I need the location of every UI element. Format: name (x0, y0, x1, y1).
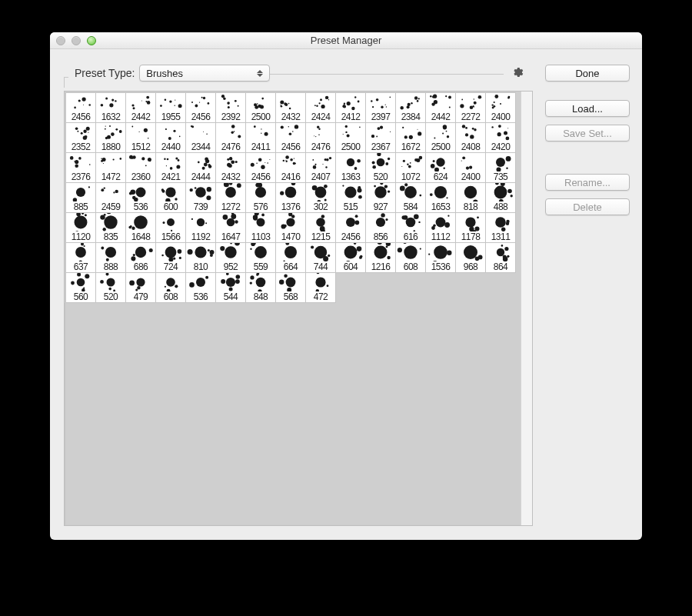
brush-preset[interactable]: 560 (65, 272, 96, 303)
brush-preset[interactable]: 2407 (305, 152, 336, 183)
brush-preset[interactable]: 2476 (215, 122, 246, 153)
brush-preset[interactable]: 848 (245, 272, 276, 303)
brush-preset[interactable]: 1178 (455, 212, 486, 243)
brush-preset[interactable]: 2440 (155, 122, 186, 153)
brush-preset[interactable]: 1272 (215, 182, 246, 213)
brush-preset[interactable]: 479 (125, 272, 156, 303)
rename-button[interactable]: Rename... (545, 174, 630, 191)
brush-preset[interactable]: 2424 (305, 92, 336, 123)
brush-preset[interactable]: 2444 (185, 152, 216, 183)
brush-preset[interactable]: 1112 (425, 212, 456, 243)
brush-preset[interactable]: 302 (305, 182, 336, 213)
brush-preset[interactable]: 2400 (485, 92, 516, 123)
brush-preset[interactable]: 2442 (125, 92, 156, 123)
brush-preset[interactable]: 2408 (455, 122, 486, 153)
brush-preset[interactable]: 600 (155, 182, 186, 213)
brush-preset[interactable]: 952 (215, 242, 246, 273)
zoom-icon[interactable] (87, 36, 96, 45)
brush-preset[interactable]: 888 (95, 242, 126, 273)
save-set-button[interactable]: Save Set... (545, 125, 630, 142)
brush-preset[interactable]: 818 (455, 182, 486, 213)
brush-preset[interactable]: 2459 (95, 182, 126, 213)
brush-preset[interactable]: 885 (65, 182, 96, 213)
brush-preset[interactable]: 739 (185, 182, 216, 213)
brush-preset[interactable]: 968 (455, 242, 486, 273)
brush-preset[interactable]: 515 (335, 182, 366, 213)
brush-preset[interactable]: 2352 (65, 122, 96, 153)
brush-preset[interactable]: 686 (125, 242, 156, 273)
brush-preset[interactable]: 624 (425, 152, 456, 183)
brush-preset[interactable]: 2500 (425, 122, 456, 153)
brush-preset[interactable]: 559 (245, 242, 276, 273)
brush-preset[interactable]: 1512 (125, 122, 156, 153)
brush-preset[interactable]: 576 (245, 182, 276, 213)
brush-preset[interactable]: 2384 (395, 92, 426, 123)
brush-preset[interactable]: 616 (395, 212, 426, 243)
brush-preset[interactable]: 1215 (305, 212, 336, 243)
brush-preset[interactable]: 1472 (95, 152, 126, 183)
brush-preset[interactable]: 856 (365, 212, 396, 243)
brush-preset[interactable]: 1470 (275, 212, 306, 243)
minimize-icon[interactable] (72, 36, 81, 45)
brush-preset[interactable]: 1955 (155, 92, 186, 123)
brush-preset[interactable]: 2456 (65, 92, 96, 123)
brush-preset[interactable]: 2272 (455, 92, 486, 123)
brush-preset[interactable]: 1648 (125, 212, 156, 243)
brush-preset[interactable]: 735 (485, 152, 516, 183)
brush-preset[interactable]: 1103 (245, 212, 276, 243)
brush-preset[interactable]: 2476 (305, 122, 336, 153)
brush-preset[interactable]: 2367 (365, 122, 396, 153)
brush-preset[interactable]: 2400 (455, 152, 486, 183)
brush-preset[interactable]: 2456 (245, 152, 276, 183)
brush-preset[interactable]: 1363 (335, 152, 366, 183)
brush-preset[interactable]: 1192 (185, 212, 216, 243)
brush-preset[interactable]: 2397 (365, 92, 396, 123)
brush-preset[interactable]: 2456 (335, 212, 366, 243)
brush-preset[interactable]: 2411 (245, 122, 276, 153)
brush-preset[interactable]: 1632 (95, 92, 126, 123)
brush-preset[interactable]: 724 (155, 242, 186, 273)
delete-button[interactable]: Delete (545, 198, 630, 215)
brush-preset[interactable]: 2376 (65, 152, 96, 183)
brush-preset[interactable]: 608 (155, 272, 186, 303)
done-button[interactable]: Done (545, 65, 630, 82)
brush-preset[interactable]: 1120 (65, 212, 96, 243)
brush-preset[interactable]: 1216 (365, 242, 396, 273)
brush-preset[interactable]: 927 (365, 182, 396, 213)
brush-preset[interactable]: 1566 (155, 212, 186, 243)
brush-preset[interactable]: 2432 (275, 92, 306, 123)
brush-preset[interactable]: 520 (365, 152, 396, 183)
brush-preset[interactable]: 2456 (275, 122, 306, 153)
brush-preset[interactable]: 536 (185, 272, 216, 303)
brush-preset[interactable]: 584 (395, 182, 426, 213)
brush-preset[interactable]: 2500 (335, 122, 366, 153)
brush-preset[interactable]: 864 (485, 242, 516, 273)
preset-type-select[interactable]: Brushes (139, 65, 270, 82)
load-button[interactable]: Load... (545, 100, 630, 117)
brush-preset[interactable]: 1072 (395, 152, 426, 183)
brush-preset[interactable]: 2416 (275, 152, 306, 183)
close-icon[interactable] (56, 36, 65, 45)
brush-preset[interactable]: 2412 (335, 92, 366, 123)
brush-preset[interactable]: 604 (335, 242, 366, 273)
brush-preset[interactable]: 2392 (215, 92, 246, 123)
brush-preset[interactable]: 1647 (215, 212, 246, 243)
brush-preset[interactable]: 1376 (275, 182, 306, 213)
brush-preset[interactable]: 472 (305, 272, 336, 303)
brush-preset[interactable]: 488 (485, 182, 516, 213)
brush-preset[interactable]: 2421 (155, 152, 186, 183)
brush-preset[interactable]: 664 (275, 242, 306, 273)
gear-icon[interactable] (511, 66, 524, 81)
brush-preset[interactable]: 2420 (485, 122, 516, 153)
brush-preset[interactable]: 744 (305, 242, 336, 273)
brush-preset[interactable]: 1672 (395, 122, 426, 153)
brush-preset[interactable]: 520 (95, 272, 126, 303)
brush-preset[interactable]: 544 (215, 272, 246, 303)
brush-preset[interactable]: 1880 (95, 122, 126, 153)
brush-preset[interactable]: 2456 (185, 92, 216, 123)
brush-preset[interactable]: 2500 (245, 92, 276, 123)
brush-preset[interactable]: 1536 (425, 242, 456, 273)
brush-preset[interactable]: 568 (275, 272, 306, 303)
brush-preset[interactable]: 810 (185, 242, 216, 273)
brush-preset[interactable]: 1653 (425, 182, 456, 213)
